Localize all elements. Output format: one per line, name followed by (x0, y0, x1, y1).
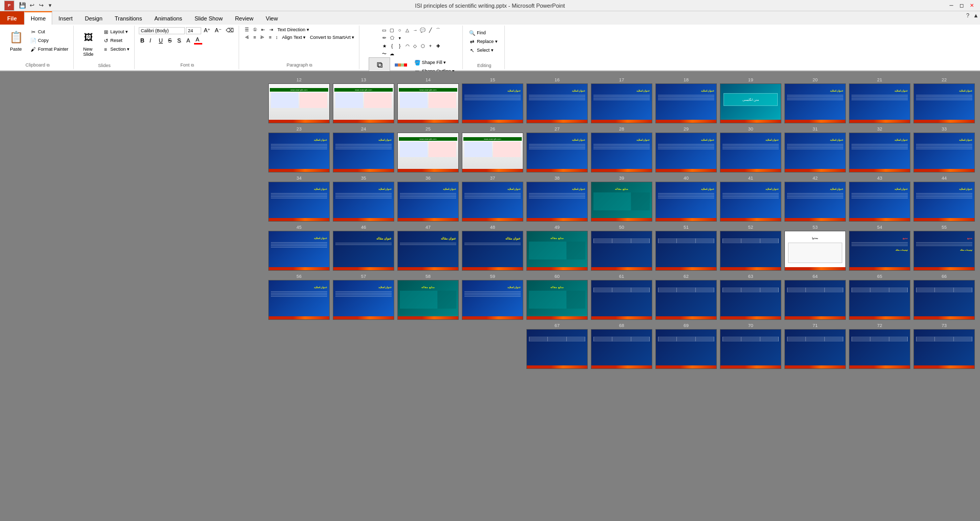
slide-thumbnail[interactable]: عنوان اسلاید (784, 83, 846, 123)
slide-thumbnail[interactable]: عنوان اسلاید (333, 182, 394, 222)
slide-thumbnail[interactable]: عنوان اسلاید (720, 182, 781, 222)
slide-thumbnail[interactable] (591, 280, 652, 320)
select-button[interactable]: ↖ Select ▾ (467, 46, 501, 54)
slide-thumbnail[interactable]: محتوا (784, 231, 846, 271)
slide-thumbnail[interactable]: عنوان اسلاید (462, 280, 523, 320)
cross-btn[interactable]: ✚ (435, 42, 442, 50)
callout-btn[interactable]: 💬 (419, 27, 427, 34)
slide-thumbnail[interactable]: عنوان اسلاید (720, 133, 781, 172)
undo-btn[interactable]: ↩ (28, 2, 36, 10)
tab-insert[interactable]: Insert (52, 11, 79, 25)
numbering-btn[interactable]: ① (251, 27, 259, 33)
slide-thumbnail[interactable] (784, 329, 846, 369)
slide-thumbnail[interactable]: عنوان اسلاید (526, 133, 588, 172)
decrease-indent-btn[interactable]: ⇤ (260, 27, 267, 33)
slide-thumbnail[interactable] (591, 231, 652, 271)
slide-thumbnail[interactable]: عنوان اسلاید (655, 182, 717, 222)
align-center-btn[interactable]: ≡ (252, 34, 258, 40)
slide-thumbnail[interactable]: www.example.com (397, 133, 459, 172)
bold-btn[interactable]: B (139, 37, 147, 44)
align-left-btn[interactable]: ⫷ (243, 34, 251, 40)
slide-thumbnail[interactable]: عنوان اسلاید (784, 182, 846, 222)
tab-review[interactable]: Review (229, 11, 260, 25)
slide-thumbnail[interactable]: منابع مقاله (397, 280, 459, 320)
plus-btn[interactable]: + (427, 42, 434, 50)
slide-thumbnail[interactable] (913, 280, 975, 320)
slide-panel[interactable]: 22 عنوان اسلاید 21 عنوان اسلاید (0, 71, 980, 521)
redo-btn[interactable]: ↪ (37, 2, 45, 10)
decrease-font-btn[interactable]: A⁻ (213, 27, 223, 34)
close-btn[interactable]: ✕ (968, 2, 976, 10)
font-color-btn[interactable]: A (194, 36, 202, 45)
slide-thumbnail[interactable] (655, 329, 717, 369)
slide-thumbnail[interactable] (526, 329, 588, 369)
slide-thumbnail[interactable] (784, 280, 846, 320)
increase-font-btn[interactable]: A⁺ (202, 27, 212, 34)
arc-btn[interactable]: ◠ (404, 42, 411, 50)
italic-btn[interactable]: I (148, 37, 156, 44)
slide-thumbnail[interactable]: عنوان اسلاید (913, 133, 975, 172)
freeform-btn[interactable]: ✏ (381, 34, 388, 41)
slide-thumbnail[interactable]: عنوان اسلاید (526, 182, 588, 222)
arrow-btn[interactable]: → (412, 27, 419, 34)
slide-thumbnail[interactable]: عنوان مقاله (462, 231, 523, 271)
shadow-btn[interactable]: S (176, 37, 184, 44)
slide-thumbnail[interactable]: عنوان مقاله (397, 231, 459, 271)
layout-button[interactable]: ⊞ Layout ▾ (101, 28, 132, 36)
curve-btn[interactable]: ⌒ (435, 27, 442, 34)
justify-btn[interactable]: ≡ (267, 34, 273, 40)
slide-thumbnail[interactable]: عنوان اسلاید (913, 182, 975, 222)
slide-thumbnail[interactable]: www.example.com (268, 83, 330, 123)
strikethrough-btn[interactable]: S (166, 37, 175, 44)
slide-thumbnail[interactable]: عنوان اسلاید (655, 133, 717, 172)
slide-thumbnail[interactable] (720, 329, 781, 369)
star-btn[interactable]: ★ (381, 42, 388, 50)
convert-smartart-btn[interactable]: Convert to SmartArt ▾ (308, 34, 356, 40)
bullets-btn[interactable]: ☰ (243, 27, 250, 33)
slide-thumbnail[interactable]: عنوان اسلاید (591, 133, 652, 172)
slide-thumbnail[interactable]: عنوان اسلاید (462, 83, 523, 123)
slide-thumbnail[interactable] (655, 231, 717, 271)
minimize-btn[interactable]: ─ (947, 2, 955, 10)
hexagon-btn[interactable]: ⬡ (419, 42, 427, 50)
text-direction-btn[interactable]: Text Direction ▾ (276, 27, 311, 33)
slide-thumbnail[interactable]: متن انگلیسی (720, 83, 781, 123)
slide-thumbnail[interactable]: منبع توضیحات مقاله (849, 231, 910, 271)
rect-btn[interactable]: ▭ (381, 27, 388, 34)
tab-home[interactable]: Home (24, 11, 52, 25)
replace-button[interactable]: ⇄ Replace ▾ (467, 37, 501, 46)
wave-btn[interactable]: 〜 (381, 50, 388, 57)
slide-thumbnail[interactable]: منبع توضیحات مقاله (913, 231, 975, 271)
slide-thumbnail[interactable] (655, 280, 717, 320)
slide-thumbnail[interactable]: عنوان اسلاید (462, 182, 523, 222)
slide-thumbnail[interactable]: عنوان اسلاید (526, 83, 588, 123)
new-slide-button[interactable]: 🖼 NewSlide (78, 27, 99, 58)
slide-thumbnail[interactable]: www.example.com (397, 83, 459, 123)
clear-formatting-btn[interactable]: ⌫ (224, 27, 236, 34)
slide-thumbnail[interactable] (591, 329, 652, 369)
pentagon-btn[interactable]: ⬠ (389, 34, 396, 41)
slide-thumbnail[interactable]: منابع مقاله (526, 231, 588, 271)
format-painter-button[interactable]: 🖌 Format Painter (28, 45, 70, 53)
slide-thumbnail[interactable] (720, 231, 781, 271)
slide-thumbnail[interactable]: عنوان اسلاید (268, 133, 330, 172)
char-spacing-btn[interactable]: A (185, 37, 193, 44)
slide-thumbnail[interactable] (913, 329, 975, 369)
slide-thumbnail[interactable]: www.example.com (462, 133, 523, 172)
copy-button[interactable]: 📄 Copy (28, 36, 70, 45)
font-size-input[interactable] (186, 27, 201, 34)
ribbon-help-btn[interactable]: ? (964, 11, 972, 19)
slide-thumbnail[interactable]: عنوان اسلاید (268, 231, 330, 271)
slide-thumbnail[interactable]: عنوان اسلاید (655, 83, 717, 123)
ribbon-toggle-btn[interactable]: ▲ (972, 11, 980, 19)
triangle-btn[interactable]: △ (404, 27, 411, 34)
slide-thumbnail[interactable]: عنوان اسلاید (913, 83, 975, 123)
slide-thumbnail[interactable]: عنوان اسلاید (849, 182, 910, 222)
slide-thumbnail[interactable]: عنوان اسلاید (849, 133, 910, 172)
slide-thumbnail[interactable] (849, 329, 910, 369)
save-btn[interactable]: 💾 (18, 2, 27, 10)
slide-thumbnail[interactable]: عنوان اسلاید (268, 280, 330, 320)
restore-btn[interactable]: ◻ (957, 2, 966, 10)
oval-btn[interactable]: ○ (396, 27, 403, 34)
rounded-rect-btn[interactable]: ▢ (389, 27, 396, 34)
